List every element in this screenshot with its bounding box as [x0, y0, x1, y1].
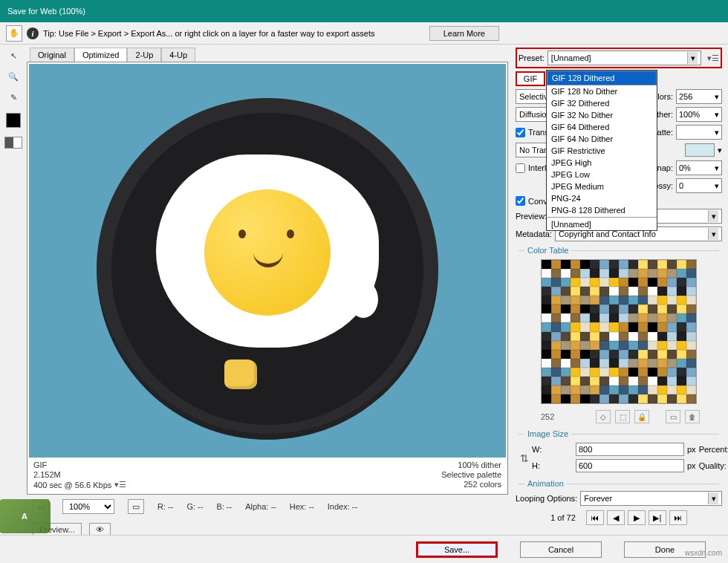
- zoom-tool-icon[interactable]: 🔍: [5, 68, 22, 85]
- tab-original[interactable]: Original: [30, 48, 74, 62]
- ct-trash-icon[interactable]: 🗑: [685, 410, 700, 423]
- dd-item[interactable]: [Unnamed]: [547, 218, 657, 230]
- h-label: H:: [532, 461, 573, 470]
- play-icon[interactable]: ▶: [628, 510, 646, 525]
- color-table-title: Color Table: [516, 246, 722, 255]
- preview-canvas[interactable]: [29, 64, 506, 458]
- dd-item[interactable]: GIF 128 Dithered: [547, 71, 657, 85]
- window-title: Save for Web (100%): [7, 7, 85, 16]
- color-table[interactable]: [541, 259, 697, 404]
- animation-title: Animation: [516, 479, 722, 488]
- dd-item[interactable]: JPEG Medium: [547, 180, 657, 192]
- view-tabs: Original Optimized 2-Up 4-Up: [30, 48, 508, 62]
- eyedropper-tool-icon[interactable]: ✎: [5, 89, 22, 105]
- tab-2up[interactable]: 2-Up: [127, 48, 161, 62]
- tab-4up[interactable]: 4-Up: [161, 48, 195, 62]
- learn-more-button[interactable]: Learn More: [429, 26, 499, 41]
- color-count: 252: [541, 412, 554, 421]
- canvas-frame: GIF 2.152M 400 sec @ 56.6 Kbps ▾☰ 100% d…: [27, 62, 508, 495]
- link-icon[interactable]: ⇅: [520, 452, 529, 464]
- dd-item[interactable]: PNG-8 128 Dithered: [547, 204, 657, 216]
- amount-swatch[interactable]: [685, 143, 715, 157]
- colors-select[interactable]: 256▾: [676, 89, 722, 104]
- info-palette: Selective palette: [441, 470, 501, 479]
- status-index: Index: --: [328, 502, 357, 511]
- info-dither: 100% dither: [441, 461, 501, 469]
- info-format: GIF: [33, 461, 126, 469]
- ct-shift-icon[interactable]: 🔒: [634, 410, 649, 423]
- watermark: wsxdn.com: [685, 549, 722, 557]
- hand-tool-icon[interactable]: ✋: [6, 25, 22, 42]
- w-label: W:: [532, 445, 573, 454]
- ct-lock-icon[interactable]: ◇: [596, 410, 611, 423]
- frame-indicator: 1 of 72: [550, 513, 576, 522]
- image-size-title: Image Size: [516, 429, 722, 438]
- status-r: R: --: [157, 502, 173, 511]
- dd-item[interactable]: GIF 64 No Dither: [547, 133, 657, 145]
- first-frame-icon[interactable]: ⏮: [586, 510, 604, 525]
- dd-item[interactable]: PNG-24: [547, 192, 657, 204]
- color-table-toolbar: 252 ◇ ⬚ 🔒 ▭ 🗑: [516, 409, 722, 425]
- dd-item[interactable]: GIF 32 No Dither: [547, 109, 657, 121]
- lossy-select[interactable]: 0▾: [676, 178, 722, 193]
- next-frame-icon[interactable]: ▶|: [649, 510, 666, 525]
- ct-map-icon[interactable]: ⬚: [615, 410, 630, 423]
- zoom-select[interactable]: 100%: [62, 499, 114, 514]
- dd-item[interactable]: GIF Restrictive: [547, 145, 657, 157]
- preset-label: Preset:: [519, 53, 545, 62]
- zoom-in-icon[interactable]: ▭: [128, 499, 144, 514]
- slice-toggle-icon[interactable]: [4, 137, 22, 149]
- overlay-logo: A: [0, 499, 51, 533]
- pointer-tool-icon[interactable]: ↖: [5, 48, 22, 64]
- dd-item[interactable]: GIF 32 Dithered: [547, 97, 657, 109]
- tip-bar: ✋ i Tip: Use File > Export > Export As..…: [0, 22, 728, 45]
- dd-item[interactable]: GIF 128 No Dither: [547, 85, 657, 97]
- status-g: G: --: [186, 502, 203, 511]
- preview-label: Preview:: [516, 212, 547, 221]
- height-input[interactable]: [576, 459, 684, 472]
- status-hex: Hex: --: [290, 502, 314, 511]
- canvas-info: GIF 2.152M 400 sec @ 56.6 Kbps ▾☰ 100% d…: [29, 458, 506, 492]
- format-button[interactable]: GIF: [516, 71, 545, 86]
- preset-menu-icon[interactable]: ▾☰: [707, 53, 719, 63]
- tip-text: Tip: Use File > Export > Export As... or…: [43, 29, 375, 38]
- preset-dropdown[interactable]: GIF 128 Dithered GIF 128 No Dither GIF 3…: [546, 70, 657, 231]
- save-button[interactable]: Save...: [416, 541, 498, 558]
- info-colors: 252 colors: [441, 480, 501, 489]
- timing-menu-icon[interactable]: ▾☰: [114, 480, 126, 489]
- ct-new-icon[interactable]: ▭: [666, 410, 680, 423]
- titlebar: Save for Web (100%): [0, 0, 728, 22]
- width-input[interactable]: [576, 443, 684, 456]
- status-bar: ▭ 100% ▭ R: -- G: -- B: -- Alpha: -- Hex…: [27, 495, 508, 518]
- quality-label: Quality:: [699, 461, 728, 470]
- looping-label: Looping Options:: [516, 494, 577, 503]
- dd-item[interactable]: GIF 64 Dithered: [547, 121, 657, 133]
- status-alpha: Alpha: --: [245, 502, 276, 511]
- dd-item[interactable]: JPEG Low: [547, 169, 657, 180]
- dd-item[interactable]: JPEG High: [547, 157, 657, 169]
- info-size: 2.152M: [33, 470, 126, 479]
- last-frame-icon[interactable]: ⏭: [669, 510, 687, 525]
- prev-frame-icon[interactable]: ◀: [607, 510, 625, 525]
- percent-label: Percent:: [699, 445, 728, 454]
- dialog-buttons: Save... Cancel Done: [0, 535, 728, 563]
- info-icon: i: [27, 27, 39, 39]
- dither-select[interactable]: 100%▾: [676, 107, 722, 122]
- preset-select[interactable]: [Unnamed]▾: [547, 51, 701, 65]
- matte-select[interactable]: ▾: [676, 125, 722, 140]
- status-b: B: --: [216, 502, 232, 511]
- left-toolbar: ↖ 🔍 ✎: [0, 45, 27, 541]
- foreground-swatch[interactable]: [6, 113, 21, 128]
- chevron-down-icon: ▾: [687, 52, 698, 64]
- cancel-button[interactable]: Cancel: [520, 541, 602, 558]
- looping-select[interactable]: Forever▾: [580, 491, 722, 506]
- tab-optimized[interactable]: Optimized: [74, 48, 128, 62]
- websnap-select[interactable]: 0%▾: [676, 160, 722, 175]
- info-timing: 400 sec @ 56.6 Kbps: [33, 481, 111, 489]
